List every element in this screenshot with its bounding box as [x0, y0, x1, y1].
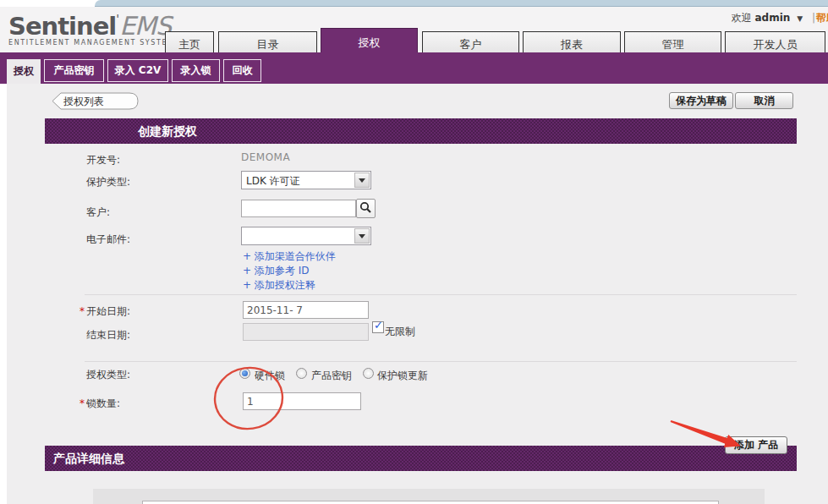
customer-label: 客户: [86, 205, 110, 220]
logo-suffix: EMS [119, 11, 171, 41]
divider [85, 294, 797, 295]
sentinel-ems-logo: Sentinel'EMS ENTITLEMENT MANAGEMENT SYST… [8, 11, 175, 47]
end-date-input[interactable] [243, 323, 369, 341]
entitlement-type-label: 授权类型: [86, 368, 130, 382]
subtab-checkin-c2v[interactable]: 录入 C2V [107, 59, 168, 82]
search-icon [357, 200, 375, 217]
protection-type-label: 保护类型: [86, 175, 130, 189]
add-product-button[interactable]: 添加 产品 [725, 436, 787, 454]
required-asterisk: * [80, 397, 85, 409]
sub-navigation: 授权 产品密钥 录入 C2V 录入锁 回收 [0, 52, 828, 84]
radio-product-key-label: 产品密钥 [311, 369, 352, 383]
developer-id-value: DEMOMA [241, 151, 290, 163]
chevron-down-icon[interactable] [354, 228, 370, 244]
sentinel-ems-page: Sentinel'EMS ENTITLEMENT MANAGEMENT SYST… [0, 0, 828, 504]
subtab-checkin-key[interactable]: 录入锁 [172, 59, 220, 82]
back-to-entitlement-list-button[interactable]: 授权列表 [51, 92, 140, 111]
start-date-input[interactable] [243, 301, 369, 319]
customer-input[interactable] [241, 200, 356, 217]
create-entitlement-section-header: 创建新授权 [45, 118, 797, 144]
unlimited-checkbox[interactable]: ✓ [372, 321, 384, 333]
username: admin [755, 12, 791, 24]
user-bar: 欢迎 admin ▼ |帮助 [732, 11, 828, 25]
product-details-section-header: 产品详细信息 [45, 446, 797, 471]
email-select[interactable] [241, 227, 371, 245]
back-button-label: 授权列表 [63, 96, 104, 107]
help-link[interactable]: 帮助 [816, 12, 828, 24]
product-panel [93, 489, 765, 504]
checkmark-icon: ✓ [374, 319, 383, 331]
subtab-entitlements[interactable]: 授权 [7, 59, 41, 84]
unlimited-label: 无限制 [385, 325, 415, 339]
radio-protection-key-update-label: 保护锁更新 [377, 369, 428, 383]
developer-id-label: 开发号: [86, 153, 120, 167]
protection-type-select[interactable]: LDK 许可证 [241, 171, 371, 189]
product-panel-inner-box [142, 501, 719, 504]
separator: | [812, 12, 815, 24]
user-menu-caret-icon[interactable]: ▼ [797, 14, 803, 23]
add-ref-id-link[interactable]: + 添加参考 ID [243, 264, 309, 278]
email-label: 电子邮件: [86, 233, 130, 247]
radio-hardware-key-label: 硬件锁 [255, 369, 285, 383]
required-asterisk: * [80, 305, 85, 317]
lock-quantity-input[interactable] [243, 392, 361, 410]
save-as-draft-button[interactable]: 保存为草稿 [669, 92, 733, 109]
lock-quantity-label: *锁数量: [80, 397, 120, 411]
subtab-revoke[interactable]: 回收 [223, 59, 261, 82]
chevron-down-icon[interactable] [354, 173, 370, 188]
add-channel-partner-link[interactable]: + 添加渠道合作伙伴 [243, 249, 336, 264]
add-entitlement-comments-link[interactable]: + 添加授权注释 [243, 278, 315, 293]
cancel-button[interactable]: 取消 [735, 92, 793, 109]
welcome-label: 欢迎 [732, 12, 752, 24]
logo-name: Sentinel [8, 12, 116, 41]
subtab-product-keys[interactable]: 产品密钥 [44, 59, 104, 82]
protection-type-selected-value: LDK 许可证 [246, 174, 300, 189]
end-date-label: 结束日期: [86, 328, 130, 342]
start-date-label: *开始日期: [80, 304, 130, 319]
browser-tab-strip [95, 0, 828, 7]
radio-hardware-key[interactable] [239, 368, 250, 379]
content-area: 授权列表 保存为草稿 取消 创建新授权 开发号: DEMOMA 保护类型: LD… [7, 84, 828, 504]
logo-tagline: ENTITLEMENT MANAGEMENT SYSTEM [8, 39, 175, 47]
radio-protection-key-update[interactable] [363, 368, 374, 379]
header: Sentinel'EMS ENTITLEMENT MANAGEMENT SYST… [0, 7, 828, 52]
radio-product-key[interactable] [296, 368, 307, 379]
customer-search-button[interactable] [356, 199, 376, 218]
divider [85, 361, 797, 362]
